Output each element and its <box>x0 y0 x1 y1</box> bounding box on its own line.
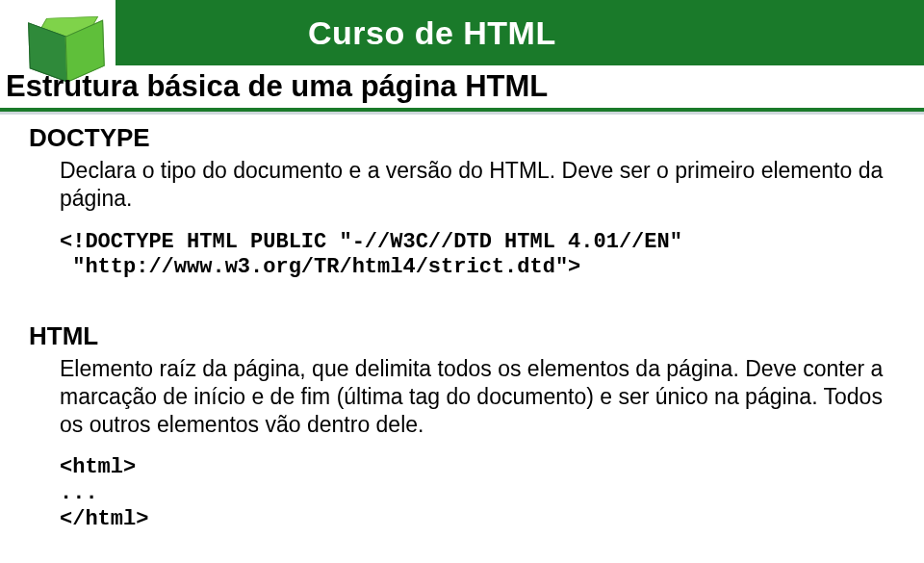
section1-body: Declara o tipo do documento e a versão d… <box>60 157 895 213</box>
subtitle-block: Estrutura básica de uma página HTML <box>0 69 924 115</box>
section1-heading: DOCTYPE <box>29 123 895 153</box>
divider-shadow <box>0 112 924 115</box>
slide-title: Curso de HTML <box>308 14 556 52</box>
section2-body: Elemento raíz da página, que delimita to… <box>60 355 895 438</box>
section1-code: <!DOCTYPE HTML PUBLIC "-//W3C//DTD HTML … <box>60 230 895 282</box>
header-bar: Curso de HTML <box>116 0 924 65</box>
section2-heading: HTML <box>29 321 895 351</box>
slide-subtitle: Estrutura básica de uma página HTML <box>6 69 924 104</box>
section2-code: <html> ... </html> <box>60 455 895 532</box>
